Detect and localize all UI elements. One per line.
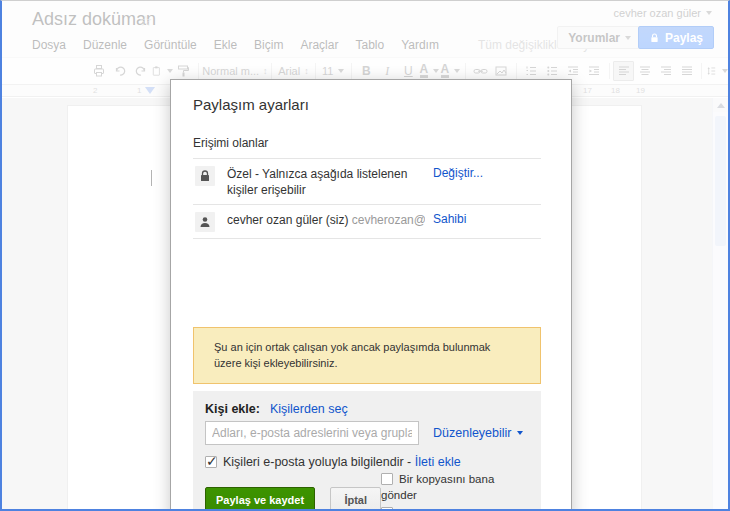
add-people-label: Kişi ekle:	[205, 402, 260, 416]
invite-input[interactable]	[205, 421, 419, 445]
send-copy-checkbox[interactable]	[381, 473, 393, 485]
paste-item-checkbox[interactable]	[381, 507, 393, 511]
extra-options: Bir kopyasını bana gönder E-postaya öğen…	[381, 471, 529, 511]
collaborator-notice: Şu an için ortak çalışan yok ancak payla…	[193, 327, 541, 384]
sharing-settings-dialog: Paylaşım ayarları Erişimi olanlar Özel -…	[170, 79, 572, 511]
app-window: Adsız doküman cevher ozan güler DosyaDüz…	[0, 0, 730, 511]
choose-from-contacts-link[interactable]: Kişilerden seç	[270, 402, 348, 416]
cancel-button[interactable]: İptal	[330, 487, 381, 511]
access-list: Özel - Yalnızca aşağıda listelenen kişil…	[193, 158, 541, 239]
owner-name: cevher ozan güler (siz)	[227, 213, 348, 227]
change-visibility-link[interactable]: Değiştir...	[433, 166, 483, 180]
access-row-visibility: Özel - Yalnızca aşağıda listelenen kişil…	[193, 159, 541, 205]
notify-label: Kişileri e-posta yoluyla bilgilendir -	[223, 455, 411, 469]
owner-role-link[interactable]: Sahibi	[433, 212, 466, 226]
person-icon	[195, 212, 215, 232]
permission-value: Düzenleyebilir	[433, 426, 512, 440]
notify-row: Kişileri e-posta yoluyla bilgilendir - İ…	[205, 455, 529, 469]
lock-icon	[195, 166, 215, 186]
dialog-title: Paylaşım ayarları	[193, 96, 541, 113]
add-people-section: Kişi ekle:Kişilerden seç Düzenleyebilir …	[193, 391, 541, 511]
notify-checkbox[interactable]	[205, 456, 217, 468]
dialog-buttons: Paylaş ve kaydet İptal	[205, 487, 381, 511]
chevron-down-icon	[517, 431, 523, 435]
access-heading: Erişimi olanlar	[193, 136, 541, 150]
owner-email: cevherozan@gmail....	[352, 213, 425, 227]
access-row-owner: cevher ozan güler (siz) cevherozan@gmail…	[193, 205, 541, 239]
visibility-text: Özel - Yalnızca aşağıda listelenen kişil…	[227, 166, 425, 198]
dialog-spacer	[193, 239, 541, 327]
add-message-link[interactable]: İleti ekle	[415, 455, 461, 469]
send-copy-label: Bir kopyasını bana gönder	[381, 473, 494, 501]
share-save-button[interactable]: Paylaş ve kaydet	[205, 487, 315, 511]
paste-item-label: E-postaya öğenin kendisini yapıştır	[381, 507, 489, 511]
owner-text: cevher ozan güler (siz) cevherozan@gmail…	[227, 212, 425, 228]
permission-dropdown[interactable]: Düzenleyebilir	[433, 426, 523, 445]
